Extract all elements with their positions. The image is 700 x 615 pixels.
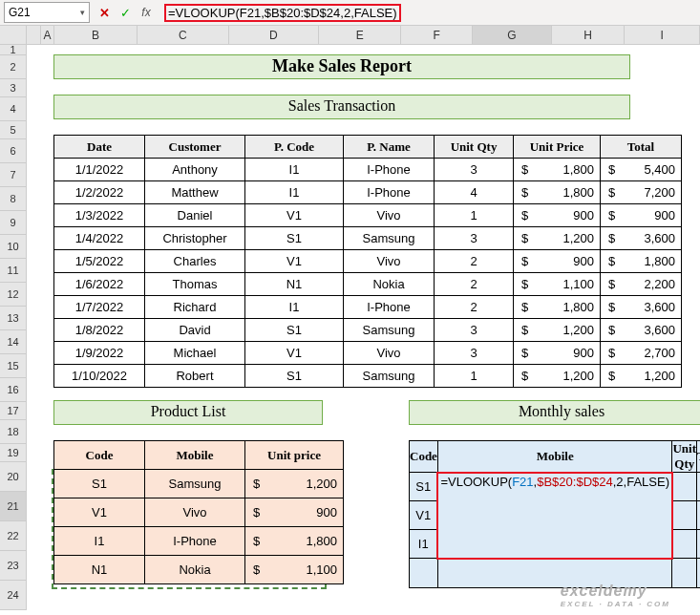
table-cell[interactable]: I-Phone <box>344 159 435 181</box>
row-header-7[interactable]: 7 <box>0 163 27 187</box>
table-cell[interactable]: 1 <box>435 204 514 227</box>
row-header-8[interactable]: 8 <box>0 187 27 211</box>
table-cell[interactable] <box>672 501 697 530</box>
table-cell[interactable]: $900 <box>514 250 601 273</box>
table-cell[interactable]: $2,200 <box>601 273 682 296</box>
table-cell[interactable]: S1 <box>245 319 344 342</box>
row-header-15[interactable]: 15 <box>0 354 27 378</box>
fx-icon[interactable]: fx <box>139 6 153 19</box>
col-header-C[interactable]: C <box>138 26 229 45</box>
table-cell[interactable]: I1 <box>410 530 438 559</box>
table-cell[interactable]: Nokia <box>145 556 245 584</box>
table-header[interactable]: Total <box>601 136 682 159</box>
table-header[interactable]: Code <box>54 441 145 470</box>
table-cell[interactable]: 1/6/2022 <box>54 273 145 296</box>
table-cell[interactable]: $900 <box>245 498 344 527</box>
table-cell[interactable]: I-Phone <box>344 296 435 319</box>
table-cell[interactable]: $900 <box>601 204 682 227</box>
row-header-11[interactable]: 11 <box>0 259 27 283</box>
table-cell[interactable]: Charles <box>145 250 245 273</box>
table-cell[interactable]: V1 <box>245 342 344 365</box>
table-header[interactable]: Customer <box>145 136 245 159</box>
table-cell[interactable]: 1/10/2022 <box>54 365 145 388</box>
table-cell[interactable]: Daniel <box>145 204 245 227</box>
table-header[interactable]: Unit Qty <box>435 136 514 159</box>
table-cell[interactable]: David <box>145 319 245 342</box>
table-header[interactable]: Unit Price <box>514 136 601 159</box>
table-cell[interactable]: Thomas <box>145 273 245 296</box>
table-header[interactable]: Code <box>410 441 438 473</box>
cells-area[interactable]: Make Sales Report Sales Transaction Date… <box>27 45 699 615</box>
table-cell[interactable]: Samsung <box>344 365 435 388</box>
row-header-14[interactable]: 14 <box>0 330 27 354</box>
table-cell[interactable]: $3,600 <box>601 319 682 342</box>
table-cell[interactable]: I-Phone <box>145 527 245 556</box>
table-cell[interactable]: $900 <box>514 204 601 227</box>
table-cell[interactable]: $1,800 <box>514 159 601 181</box>
row-header-1[interactable]: 1 <box>0 45 27 55</box>
table-cell[interactable]: Robert <box>145 365 245 388</box>
table-cell[interactable]: 3 <box>435 227 514 250</box>
table-cell[interactable]: 2 <box>435 273 514 296</box>
table-cell[interactable]: S1 <box>54 470 145 498</box>
table-cell[interactable]: N1 <box>245 273 344 296</box>
table-cell[interactable]: Vivo <box>145 498 245 527</box>
col-header-I[interactable]: I <box>625 26 700 45</box>
table-header[interactable]: P. Code <box>245 136 344 159</box>
enter-icon[interactable]: ✓ <box>118 6 132 20</box>
table-cell[interactable]: $1,800 <box>514 181 601 204</box>
table-cell[interactable]: $2,700 <box>601 342 682 365</box>
table-cell[interactable] <box>672 473 697 501</box>
table-cell[interactable]: $900 <box>514 342 601 365</box>
col-header-F[interactable]: F <box>401 26 473 45</box>
table-cell[interactable]: 1/1/2022 <box>54 159 145 181</box>
row-header-17[interactable]: 17 <box>0 402 27 420</box>
table-cell[interactable]: 3 <box>435 319 514 342</box>
table-cell[interactable]: $3,600 <box>601 296 682 319</box>
table-header[interactable]: P. Name <box>344 136 435 159</box>
row-header-6[interactable]: 6 <box>0 139 27 163</box>
table-cell[interactable]: Vivo <box>344 204 435 227</box>
col-header-B[interactable]: B <box>54 26 137 45</box>
row-header-2[interactable]: 2 <box>0 55 27 79</box>
table-cell[interactable]: $3,600 <box>601 227 682 250</box>
row-header-9[interactable]: 9 <box>0 211 27 235</box>
table-cell[interactable]: V1 <box>54 498 145 527</box>
table-cell[interactable]: S1 <box>245 227 344 250</box>
table-cell[interactable] <box>697 473 700 501</box>
table-cell[interactable]: V1 <box>245 250 344 273</box>
table-cell[interactable]: 2 <box>435 250 514 273</box>
table-cell[interactable]: N1 <box>54 556 145 584</box>
table-cell[interactable]: 2 <box>435 296 514 319</box>
table-cell[interactable]: I1 <box>245 159 344 181</box>
table-cell[interactable]: Samsung <box>145 470 245 498</box>
table-cell[interactable] <box>410 559 438 588</box>
row-header-18[interactable]: 18 <box>0 420 27 444</box>
row-header-12[interactable]: 12 <box>0 283 27 307</box>
table-cell[interactable]: 1/9/2022 <box>54 342 145 365</box>
table-cell[interactable]: 4 <box>435 181 514 204</box>
table-cell[interactable]: I1 <box>245 181 344 204</box>
table-cell[interactable]: 1/2/2022 <box>54 181 145 204</box>
row-header-5[interactable]: 5 <box>0 121 27 139</box>
col-header-gap[interactable] <box>27 26 41 45</box>
table-cell[interactable]: $1,200 <box>601 365 682 388</box>
cancel-icon[interactable]: ✕ <box>97 6 111 20</box>
table-header[interactable]: Unit Qty <box>672 441 697 473</box>
table-cell[interactable]: 1/3/2022 <box>54 204 145 227</box>
table-cell[interactable]: 1/4/2022 <box>54 227 145 250</box>
table-cell[interactable] <box>672 559 697 588</box>
row-header-19[interactable]: 19 <box>0 444 27 462</box>
table-cell[interactable]: V1 <box>245 204 344 227</box>
table-cell[interactable]: Vivo <box>344 250 435 273</box>
table-cell[interactable]: Samsung <box>344 227 435 250</box>
col-header-E[interactable]: E <box>319 26 401 45</box>
table-cell[interactable]: Richard <box>145 296 245 319</box>
table-cell[interactable]: $1,200 <box>514 365 601 388</box>
col-header-G[interactable]: G <box>473 26 552 45</box>
row-header-20[interactable]: 20 <box>0 462 27 492</box>
table-cell[interactable]: 3 <box>435 159 514 181</box>
table-cell[interactable]: V1 <box>410 501 438 530</box>
table-header[interactable]: Unit price <box>245 441 344 470</box>
table-cell[interactable]: 1/7/2022 <box>54 296 145 319</box>
